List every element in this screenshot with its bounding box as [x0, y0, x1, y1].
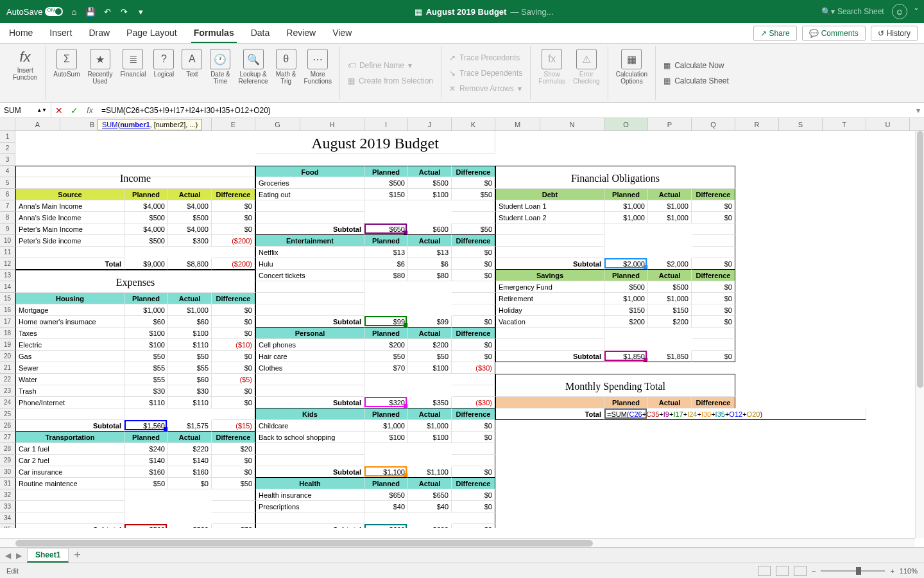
cell-G29[interactable] [255, 455, 364, 466]
cell-C9[interactable]: $4,000 [124, 223, 168, 235]
cell-D23[interactable]: $30 [168, 385, 212, 397]
add-sheet-button[interactable]: + [74, 548, 81, 562]
cell-Q8[interactable]: $0 [692, 212, 735, 223]
col-header-Q[interactable]: Q [692, 118, 735, 130]
cell-O8[interactable]: $1,000 [604, 212, 648, 223]
cell-M14[interactable]: Emergency Fund [495, 281, 604, 293]
cell-K9[interactable]: $50 [452, 223, 495, 235]
cell-I17[interactable]: $99 [364, 316, 408, 328]
cell-I30[interactable]: $1,100 [364, 466, 408, 478]
cell-Q18[interactable] [692, 328, 735, 339]
date-time-button[interactable]: 🕐Date & Time [207, 48, 233, 86]
cell-I4[interactable]: Planned [364, 166, 408, 177]
cell-G9[interactable]: Subtotal [255, 223, 364, 235]
cell-P24[interactable]: Actual [648, 397, 692, 408]
cell-E33[interactable] [212, 501, 255, 512]
cell-K18[interactable]: Difference [452, 328, 495, 339]
cell-I32[interactable]: $650 [364, 489, 408, 501]
row-header-1[interactable]: 1 [0, 131, 15, 143]
cell-C19[interactable]: $100 [124, 339, 168, 351]
cell-I5[interactable]: $500 [364, 177, 408, 189]
cell-D29[interactable]: $140 [168, 455, 212, 466]
col-header-H[interactable]: H [300, 118, 364, 130]
cell-J13[interactable]: $80 [408, 270, 452, 281]
cell-M24[interactable] [495, 397, 604, 408]
cell-K12[interactable]: $0 [452, 258, 495, 270]
cell-P13[interactable]: Actual [648, 270, 692, 281]
cell-J31[interactable]: Actual [408, 478, 452, 489]
cell-C7[interactable]: $4,000 [124, 200, 168, 212]
cell-K22[interactable] [452, 374, 495, 385]
cell-A30[interactable]: Car insurance [15, 466, 124, 478]
cell-I21[interactable]: $70 [364, 362, 408, 374]
row-header-20[interactable]: 20 [0, 351, 15, 362]
trace-precedents-button[interactable]: ↗Trace Precedents [447, 52, 525, 64]
cell-Q14[interactable]: $0 [692, 281, 735, 293]
cell-E27[interactable]: Difference [212, 432, 255, 443]
cell-C16[interactable]: $1,000 [124, 304, 168, 316]
cell-M13[interactable]: Savings [495, 270, 604, 281]
cell-D20[interactable]: $50 [168, 351, 212, 362]
zoom-level[interactable]: 110% [900, 567, 918, 575]
select-all-corner[interactable] [0, 118, 15, 130]
cell-G13[interactable]: Concert tickets [255, 270, 364, 281]
cell-J6[interactable]: $100 [408, 189, 452, 200]
row-header-12[interactable]: 12 [0, 258, 15, 270]
cell-Q7[interactable]: $0 [692, 200, 735, 212]
financial-button[interactable]: ≣Financial [117, 48, 148, 79]
cell-M6[interactable]: Debt [495, 189, 604, 200]
cell-D15[interactable]: Actual [168, 293, 212, 304]
cell-A16[interactable]: Mortgage [15, 304, 124, 316]
cell-D22[interactable]: $60 [168, 374, 212, 385]
cell-D28[interactable]: $220 [168, 443, 212, 455]
cell-A32[interactable] [15, 489, 124, 501]
cell-E24[interactable]: $0 [212, 397, 255, 408]
cell-M17[interactable]: Vacation [495, 316, 604, 328]
cell-I26[interactable]: $1,000 [364, 420, 408, 432]
cell-K25[interactable]: Difference [452, 408, 495, 420]
cell-D19[interactable]: $110 [168, 339, 212, 351]
cell-J11[interactable]: $13 [408, 247, 452, 258]
cell-E29[interactable]: $0 [212, 455, 255, 466]
cell-E12[interactable]: ($200) [212, 258, 255, 270]
calculate-now-button[interactable]: ▦Calculate Now [661, 60, 732, 71]
cell-K6[interactable]: $50 [452, 189, 495, 200]
tab-review[interactable]: Review [284, 24, 318, 43]
row-header-15[interactable]: 15 [0, 293, 15, 304]
cell-E18[interactable]: $0 [212, 328, 255, 339]
cell-I9[interactable]: $650 [364, 223, 408, 235]
cell-M7[interactable]: Student Loan 1 [495, 200, 604, 212]
cell-I13[interactable]: $80 [364, 270, 408, 281]
cell-A28[interactable]: Car 1 fuel [15, 443, 124, 455]
cell-G33[interactable]: Prescriptions [255, 501, 364, 512]
cell-O20[interactable]: $1,850 [604, 351, 648, 362]
cell-J27[interactable]: $100 [408, 432, 452, 443]
cell-G1[interactable]: August 2019 Budget [255, 131, 495, 154]
remove-arrows-button[interactable]: ✕Remove Arrows ▾ [447, 83, 525, 94]
row-header-18[interactable]: 18 [0, 328, 15, 339]
cell-I27[interactable]: $100 [364, 432, 408, 443]
cell-D27[interactable]: Actual [168, 432, 212, 443]
lookup-button[interactable]: 🔍Lookup & Reference [235, 48, 270, 86]
cell-A33[interactable] [15, 501, 124, 512]
cell-K14[interactable] [452, 281, 495, 293]
cell-C23[interactable]: $30 [124, 385, 168, 397]
cell-A10[interactable]: Peter's Side income [15, 235, 124, 247]
cell-K11[interactable]: $0 [452, 247, 495, 258]
calculate-sheet-button[interactable]: ▦Calculate Sheet [661, 75, 732, 87]
cell-I19[interactable]: $200 [364, 339, 408, 351]
col-header-M[interactable]: M [495, 118, 540, 130]
recently-used-button[interactable]: ★Recently Used [85, 48, 116, 86]
row-header-14[interactable]: 14 [0, 281, 15, 293]
view-page-break-button[interactable] [794, 566, 807, 576]
cell-E6[interactable]: Difference [212, 189, 255, 200]
cell-M16[interactable]: Holiday [495, 304, 604, 316]
search-sheet[interactable]: 🔍▾ Search Sheet [821, 7, 884, 16]
cell-J10[interactable]: Actual [408, 235, 452, 247]
cell-D21[interactable]: $55 [168, 362, 212, 374]
cell-D6[interactable]: Actual [168, 189, 212, 200]
row-header-31[interactable]: 31 [0, 478, 15, 489]
cell-E7[interactable]: $0 [212, 200, 255, 212]
cell-M15[interactable]: Retirement [495, 293, 604, 304]
fx-button[interactable]: fx [82, 106, 98, 115]
